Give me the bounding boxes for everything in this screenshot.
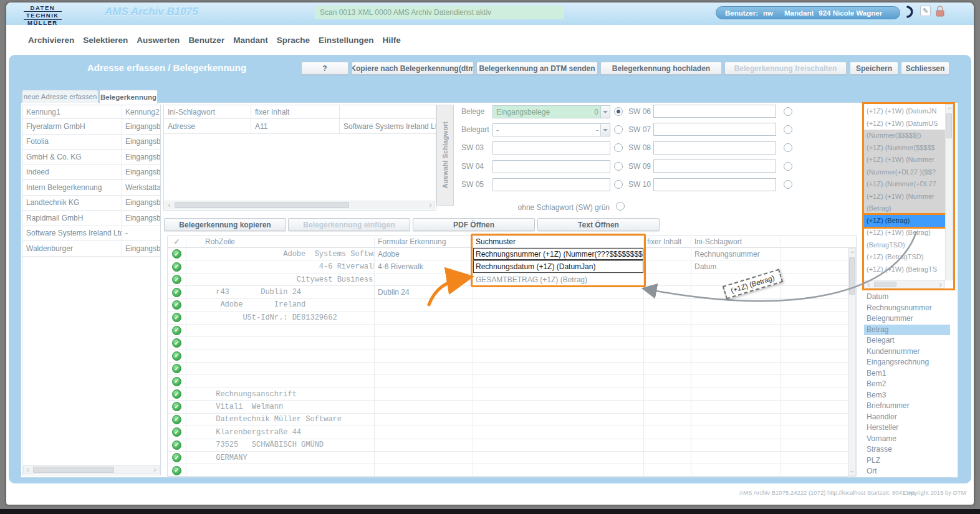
sw-far-radio[interactable] [784, 143, 792, 152]
sw-select-radio[interactable] [614, 125, 623, 134]
suchmuster-cell[interactable] [473, 286, 644, 298]
scroll-right-arrow[interactable]: › [151, 466, 159, 474]
scroll-left-arrow[interactable]: ‹ [165, 201, 173, 209]
suchmuster-cell[interactable]: GESAMTBETRAG (+1Z) (Betrag) [473, 274, 644, 285]
fixer-inhalt-cell[interactable] [644, 439, 691, 451]
sw-far-radio[interactable] [784, 107, 792, 116]
table-row[interactable]: ✓ [168, 325, 848, 337]
scroll-right-arrow[interactable]: › [426, 201, 435, 209]
scroll-right-arrow[interactable]: › [936, 281, 944, 288]
scroll-up-arrow[interactable]: › [945, 105, 953, 112]
formular-erkennung-header[interactable]: Formular Erkennung [375, 237, 473, 246]
pattern-list-item[interactable]: (Nummer($$$$$)) [864, 130, 945, 142]
fixer-inhalt-cell[interactable] [644, 388, 691, 400]
note-icon[interactable]: ✎ [920, 6, 931, 16]
keyword-list-item[interactable]: Hersteller [864, 422, 950, 434]
pattern-hscrollbar[interactable]: ‹ › [864, 280, 945, 288]
keyword-list-item[interactable]: Haendler [864, 412, 950, 423]
suchmuster-cell[interactable] [473, 414, 644, 426]
scroll-track[interactable] [873, 281, 936, 288]
suchmuster-cell[interactable] [473, 363, 644, 374]
kennung-table-row[interactable]: Landtechnik KG Eingangsbe [22, 196, 160, 211]
fixer-inhalt-header[interactable]: fixer Inhalt [644, 237, 691, 246]
ini-schlagwort-cell[interactable] [691, 414, 781, 426]
kennung2-header[interactable]: Kennung2 [122, 105, 160, 118]
suchmuster-cell[interactable]: Rechnungsdatum (+1Z) (DatumJan) [473, 260, 644, 272]
table-row[interactable]: ✓ [168, 337, 848, 350]
suchmuster-header[interactable]: Suchmuster [473, 237, 644, 246]
suchmuster-cell[interactable] [473, 452, 644, 464]
table-row[interactable]: ✓ Rechnungsanschrift [168, 388, 848, 401]
chevron-down-icon[interactable] [600, 124, 610, 136]
menu-item[interactable]: Archivieren [28, 36, 74, 45]
menu-item[interactable]: Selektieren [83, 36, 128, 45]
kennung-table-row[interactable]: Rapidmail GmbH Eingangsbe [22, 211, 160, 226]
pattern-list-item[interactable]: (+1Z) (Nummer($$$$$ [864, 142, 945, 155]
table-row[interactable]: ✓ [168, 350, 848, 363]
ini-schlagwort-cell[interactable]: Rechnungsnummer [691, 248, 781, 260]
belegerkennung-kopieren-button[interactable]: Belegerkennung kopieren [164, 218, 286, 231]
fixer-inhalt-cell[interactable] [644, 260, 691, 272]
sw-select-radio[interactable] [614, 162, 623, 171]
belegerkennung-hochladen-button[interactable]: Belegerkennung hochladen [600, 62, 722, 75]
pattern-list-item[interactable]: (Nummer(+DL27 )($$? [864, 166, 945, 179]
pattern-list-item[interactable]: (Betrag) [864, 202, 945, 215]
keyword-list-item[interactable]: Strasse [864, 444, 950, 455]
kennung-table-row[interactable]: Flyeralarm GmbH Eingangsbe [22, 119, 160, 135]
menu-item[interactable]: Mandant [233, 36, 268, 45]
table-row[interactable]: ✓ Datentechnik Müller Software [168, 414, 848, 426]
sw-value-input[interactable] [492, 178, 610, 191]
pattern-list-item[interactable]: (+1Z) (+1W) (DatumUS [864, 118, 945, 130]
fixer-inhalt-cell[interactable] [644, 464, 691, 476]
keyword-list-item[interactable]: Belegnummer [864, 313, 950, 325]
text-oeffnen-button[interactable]: Text Öffnen [537, 218, 660, 231]
kennung-table-row[interactable]: Intern Belegerkennung Werkstattau [22, 180, 160, 196]
fixer-inhalt-cell[interactable] [644, 426, 691, 438]
ini-schlagwort-cell[interactable] [691, 401, 781, 412]
keyword-list-item[interactable]: PLZ [864, 455, 950, 467]
suchmuster-cell[interactable] [473, 439, 644, 451]
speichern-button[interactable]: Speichern [850, 62, 898, 75]
kennung-table-row[interactable]: Waldenburger Eingangsbe [22, 241, 160, 257]
ini-schlagwort-header[interactable]: Ini-Schlagwort [691, 237, 781, 246]
fixer-inhalt-cell[interactable] [644, 299, 691, 311]
sw-value-input[interactable] [653, 141, 776, 155]
suchmuster-cell[interactable] [473, 312, 644, 323]
keyword-list-item[interactable]: Betrag [864, 325, 950, 336]
ini-schlagwort-cell[interactable] [691, 464, 781, 476]
scroll-thumb[interactable] [946, 113, 952, 138]
fixer-inhalt-cell[interactable] [644, 312, 691, 323]
sw-far-radio[interactable] [784, 180, 792, 189]
suchmuster-cell[interactable] [473, 464, 644, 476]
suchmuster-cell[interactable] [473, 375, 644, 387]
kennung-table-row[interactable]: GmbH & Co. KG Eingangsbe [22, 150, 160, 165]
tab-neue-adresse-erfassen[interactable]: neue Adresse erfassen [22, 90, 98, 103]
schliessen-button[interactable]: Schliessen [901, 62, 949, 75]
sw-value-input[interactable] [653, 159, 776, 173]
ohne-schlagwort-radio[interactable] [616, 202, 625, 211]
fixer-inhalt-cell[interactable] [644, 274, 691, 285]
ini-schlagwort-cell[interactable] [691, 439, 781, 451]
fixer-inhalt-cell[interactable] [644, 350, 691, 362]
sw-value-input[interactable] [653, 105, 776, 118]
kennung-hscrollbar[interactable]: ‹ › [23, 465, 160, 474]
kopiere-nach-belegerkennung-button[interactable]: Kopiere nach Belegerkennung(dtm [352, 62, 474, 75]
check-column-header[interactable]: ✓ [168, 237, 186, 246]
sw-select-radio[interactable] [614, 180, 623, 189]
ini-schlagwort-cell[interactable] [691, 350, 781, 362]
sw-value-input[interactable] [492, 160, 610, 173]
keyword-list-item[interactable]: Bem1 [864, 368, 950, 379]
table-row[interactable]: ✓ Vitali Welmann [168, 401, 848, 413]
pattern-list-item[interactable]: (+1Z) (+1W) (Nummer [864, 191, 945, 203]
suchmuster-cell[interactable] [473, 350, 644, 362]
scroll-left-arrow[interactable]: ‹ [865, 281, 873, 288]
keyword-list-item[interactable]: Vorname [864, 434, 950, 445]
fixer-inhalt-cell[interactable] [644, 325, 691, 336]
chevron-down-icon[interactable] [600, 106, 610, 118]
scroll-track[interactable] [946, 112, 953, 280]
schlagwort-hscrollbar[interactable]: ‹ › [165, 201, 435, 209]
belegerkennung-an-dtm-senden-button[interactable]: Belegerkennung an DTM senden [476, 62, 598, 75]
lock-icon[interactable] [935, 6, 945, 17]
fixer-inhalt-header[interactable]: fixer Inhalt [251, 105, 340, 118]
suchmuster-cell[interactable] [473, 426, 644, 438]
